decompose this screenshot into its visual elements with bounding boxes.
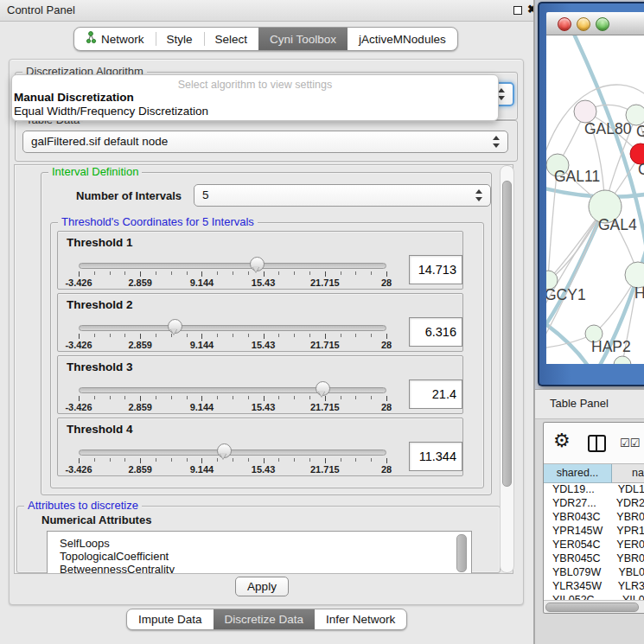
- bottom-tab-impute-data[interactable]: Impute Data: [127, 609, 214, 629]
- scrollbar-thumb[interactable]: [502, 181, 512, 487]
- apply-button[interactable]: Apply: [235, 577, 289, 596]
- tab-select[interactable]: Select: [204, 28, 259, 50]
- threshold-title: Threshold 1: [67, 236, 133, 249]
- scale-label: -3.426: [65, 277, 92, 288]
- table-row[interactable]: YBR043CYBR0: [544, 510, 644, 524]
- attributes-list-scrollbar[interactable]: [456, 534, 467, 572]
- bottom-tab-label: Discretize Data: [225, 613, 304, 626]
- tab-network[interactable]: Network: [74, 28, 156, 50]
- tick-mark: [386, 334, 387, 339]
- gear-icon[interactable]: ⚙: [553, 430, 571, 452]
- node-label: GAL4: [598, 216, 637, 233]
- network-window-titlebar[interactable]: [546, 12, 644, 35]
- attribute-list-item[interactable]: TopologicalCoefficient: [48, 550, 471, 563]
- threshold-value-field[interactable]: 6.316: [409, 317, 462, 347]
- scale-label: 15.43: [252, 464, 276, 475]
- column-header-name[interactable]: na: [612, 464, 644, 483]
- scale-label: 21.715: [310, 340, 340, 350]
- tick-mark: [79, 458, 80, 463]
- scrollbar-thumb[interactable]: [545, 603, 639, 612]
- attribute-list-item[interactable]: BetweennessCentrality: [48, 563, 471, 574]
- threshold-value-field[interactable]: 11.344: [409, 442, 462, 471]
- table-row[interactable]: YDR27...YDR2: [544, 496, 644, 510]
- tick-mark: [156, 271, 156, 275]
- slider-track[interactable]: [79, 325, 386, 331]
- table-row[interactable]: YBL079WYBL0: [544, 565, 644, 579]
- tick-mark: [264, 334, 265, 339]
- slider-track[interactable]: [79, 450, 386, 456]
- tick-mark: [140, 396, 141, 401]
- table-row[interactable]: YDL19...YDL1: [544, 482, 644, 496]
- close-traffic-light[interactable]: [558, 17, 571, 31]
- threshold-title: Threshold 4: [67, 423, 133, 436]
- network-node[interactable]: [614, 356, 631, 364]
- table-row[interactable]: YLR345WYLR3: [544, 579, 644, 593]
- tick-mark: [386, 271, 387, 277]
- slider-handle[interactable]: [168, 319, 182, 334]
- node-label: GAL11: [554, 168, 600, 185]
- numerical-attributes-heading: Numerical Attributes: [41, 513, 151, 526]
- tick-mark: [355, 271, 356, 275]
- tick-mark: [341, 334, 341, 337]
- cell-name: YLR3: [607, 579, 644, 593]
- tick-mark: [248, 396, 249, 399]
- threshold-panel-4: Threshold 4-3.4262.8599.14415.4321.71528…: [57, 418, 463, 476]
- tick-mark: [217, 396, 218, 399]
- bottom-tab-bar: Impute DataDiscretize DataInfer Network: [126, 609, 407, 630]
- tick-mark: [325, 334, 326, 339]
- scale-label: 2.859: [128, 402, 152, 412]
- threshold-value-field[interactable]: 14.713: [409, 255, 462, 284]
- menu-item-equal-width-discretization[interactable]: Equal Width/Frequency Discretization: [12, 105, 498, 118]
- float-window-icon[interactable]: [513, 6, 522, 15]
- tab-label: Select: [215, 33, 248, 46]
- panel-divider[interactable]: [533, 0, 535, 644]
- tick-mark: [248, 334, 249, 337]
- bottom-tab-discretize-data[interactable]: Discretize Data: [214, 609, 316, 629]
- tab-cyni-toolbox[interactable]: Cyni Toolbox: [258, 28, 348, 50]
- table-row[interactable]: YER054CYER0: [544, 538, 644, 552]
- cell-shared-name: YBR045C: [544, 552, 605, 565]
- slider-track[interactable]: [79, 387, 386, 393]
- table-horizontal-scrollbar[interactable]: [544, 600, 644, 613]
- threshold-value-field[interactable]: 21.4: [409, 379, 462, 409]
- columns-icon[interactable]: [588, 435, 606, 452]
- tab-jactivemnodules[interactable]: jActiveMNodules: [348, 28, 457, 50]
- tick-mark: [217, 458, 218, 462]
- slider-handle[interactable]: [316, 381, 330, 396]
- zoom-traffic-light[interactable]: [596, 17, 609, 31]
- threshold-panel-2: Threshold 2-3.4262.8599.14415.4321.71528…: [57, 293, 463, 352]
- table-data-combobox[interactable]: galFiltered.sif default node: [22, 131, 508, 153]
- slider-handle[interactable]: [250, 257, 265, 271]
- bottom-tab-infer-network[interactable]: Infer Network: [315, 609, 406, 629]
- menu-item-manual-discretization[interactable]: Manual Discretization: [12, 91, 498, 105]
- tab-label: Style: [167, 33, 193, 46]
- table-row[interactable]: YPR145WYPR1: [544, 524, 644, 538]
- network-canvas[interactable]: GAL80GACGAL11GAL4GCY1HHAP2: [546, 35, 644, 364]
- slider-handle[interactable]: [217, 443, 232, 458]
- scale-label: 9.144: [190, 340, 214, 350]
- slider-track[interactable]: [79, 263, 386, 269]
- column-header-shared[interactable]: shared...: [544, 464, 612, 483]
- node-label: C: [638, 161, 644, 178]
- table-toolbar: ⚙ ☑☑: [544, 423, 644, 463]
- tick-mark: [187, 271, 188, 275]
- cell-shared-name: YBR043C: [544, 510, 605, 524]
- select-columns-checkboxes-icon[interactable]: ☑☑: [620, 437, 640, 450]
- cell-shared-name: YLR345W: [544, 579, 607, 593]
- cell-shared-name: YDL19...: [544, 482, 607, 496]
- settings-vertical-scrollbar[interactable]: [500, 165, 514, 573]
- tick-mark: [217, 334, 218, 337]
- tick-mark: [341, 271, 341, 275]
- minimize-traffic-light[interactable]: [577, 17, 590, 31]
- tab-style[interactable]: Style: [156, 28, 204, 50]
- tick-mark: [325, 396, 326, 401]
- tick-mark: [264, 458, 265, 463]
- bottom-tab-label: Impute Data: [138, 613, 202, 626]
- cell-shared-name: YPR145W: [544, 524, 605, 538]
- attribute-list-item[interactable]: SelfLoops: [48, 532, 471, 550]
- scale-label: 9.144: [190, 402, 214, 412]
- tick-mark: [201, 334, 202, 339]
- tick-mark: [309, 396, 310, 399]
- tick-mark: [294, 396, 295, 399]
- table-row[interactable]: YBR045CYBR0: [544, 552, 644, 565]
